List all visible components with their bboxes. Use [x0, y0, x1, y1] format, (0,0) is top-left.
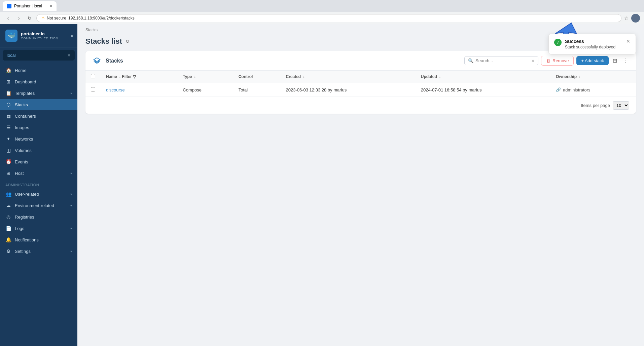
row-ownership-cell: 🔗 administrators: [550, 83, 636, 97]
registries-icon: ◎: [5, 214, 11, 220]
chevron-down-icon: ▾: [70, 227, 72, 230]
add-stack-button[interactable]: + Add stack: [576, 56, 609, 65]
back-button[interactable]: ‹: [4, 14, 12, 22]
row-created-cell: 2023-06-03 12:33:28 by marius: [281, 83, 416, 97]
not-secure-label: Not secure: [47, 16, 66, 21]
panel-stacks-icon: [92, 56, 102, 66]
logo-icon: 🐳: [5, 30, 17, 42]
select-all-checkbox-header[interactable]: [85, 71, 101, 83]
tab-close-button[interactable]: ✕: [49, 4, 52, 8]
remove-button[interactable]: 🗑 Remove: [541, 56, 574, 66]
ownership-icon: 🔗: [556, 87, 561, 92]
panel-title: Stacks: [106, 58, 460, 64]
browser-nav: ‹ › ↻ ⚠ Not secure 192.168.1.18:9000/#/2…: [0, 12, 644, 24]
sidebar-item-label: Images: [15, 125, 29, 130]
images-icon: ☰: [5, 125, 11, 130]
volumes-icon: ◫: [5, 148, 11, 153]
sidebar-item-volumes[interactable]: ◫ Volumes: [0, 145, 77, 156]
sidebar-item-containers[interactable]: ▦ Containers: [0, 110, 77, 122]
sidebar-item-label: Home: [15, 68, 27, 73]
select-all-checkbox[interactable]: [91, 74, 95, 78]
items-per-page-label: Items per page: [581, 103, 610, 108]
row-checkbox[interactable]: [91, 87, 95, 91]
sidebar-item-label: Logs: [15, 226, 24, 231]
search-input[interactable]: [475, 58, 529, 63]
stacks-table-body: discourse Compose Total 2023-06-03 12:33…: [85, 83, 636, 97]
column-ownership[interactable]: Ownership ↕: [550, 71, 636, 83]
sort-icon: ↕: [303, 74, 305, 79]
search-box[interactable]: 🔍 ✕: [464, 56, 538, 65]
env-close-button[interactable]: ✕: [67, 53, 71, 58]
stack-name-link[interactable]: discourse: [106, 87, 125, 92]
sidebar-item-networks[interactable]: ✦ Networks: [0, 133, 77, 145]
sidebar-item-label: Dashboard: [15, 79, 36, 84]
address-bar[interactable]: ⚠ Not secure 192.168.1.18:9000/#/2/docke…: [36, 14, 621, 22]
sidebar-item-label: Containers: [15, 114, 36, 119]
sidebar-item-logs[interactable]: 📄 Logs ▾: [0, 223, 77, 234]
browser-tab[interactable]: Portainer | local ✕: [3, 1, 57, 11]
column-type[interactable]: Type ↕: [177, 71, 233, 83]
sidebar-item-label: Networks: [15, 137, 33, 142]
stacks-table: Name ↕ Filter ▽ Type ↕ Control Created ↕…: [85, 71, 636, 97]
column-control: Control: [233, 71, 281, 83]
sidebar-nav: 🏠 Home ⊞ Dashboard 📋 Templates ▾ ⬡ Stack…: [0, 63, 77, 346]
search-clear-button[interactable]: ✕: [531, 59, 535, 63]
more-options-button[interactable]: ⋮: [621, 56, 629, 65]
environment-icon: ☁: [5, 203, 11, 208]
sidebar-item-label: Volumes: [15, 148, 32, 153]
notification-close-button[interactable]: ✕: [626, 39, 630, 44]
sidebar-item-templates[interactable]: 📋 Templates ▾: [0, 87, 77, 99]
dashboard-icon: ⊞: [5, 79, 11, 84]
items-per-page-select[interactable]: 10 25 50: [613, 101, 629, 110]
host-icon: ⊞: [5, 170, 11, 176]
chevron-down-icon: ▾: [70, 204, 72, 207]
column-created[interactable]: Created ↕: [281, 71, 416, 83]
sort-icon: ↕: [119, 74, 121, 79]
refresh-page-button[interactable]: ↻: [126, 39, 130, 44]
column-name[interactable]: Name ↕ Filter ▽: [101, 71, 177, 83]
sidebar-item-label: Notifications: [15, 237, 39, 242]
sort-icon: ↕: [194, 74, 196, 79]
sort-icon: ↕: [578, 74, 580, 79]
sidebar-item-dashboard[interactable]: ⊞ Dashboard: [0, 76, 77, 87]
sidebar-item-events[interactable]: ⏰ Events: [0, 156, 77, 167]
row-updated-cell: 2024-07-01 16:58:54 by marius: [416, 83, 550, 97]
sidebar-item-user-related[interactable]: 👥 User-related ▾: [0, 188, 77, 200]
search-icon: 🔍: [468, 58, 473, 63]
networks-icon: ✦: [5, 136, 11, 142]
sidebar-item-label: Stacks: [15, 102, 28, 107]
sidebar-item-settings[interactable]: ⚙ Settings ▾: [0, 245, 77, 257]
bookmark-icon[interactable]: ☆: [624, 15, 629, 21]
user-related-icon: 👥: [5, 191, 11, 197]
home-icon: 🏠: [5, 68, 11, 73]
sidebar-env-selector[interactable]: local ✕: [3, 50, 75, 61]
main-content: Stacks Stacks list ↻ Stacks 🔍: [77, 24, 644, 346]
sidebar-item-label: Environment-related: [15, 203, 54, 208]
settings-icon: ⚙: [5, 248, 11, 254]
sidebar-logo: 🐳 portainer.io COMMUNITY EDITION «: [0, 24, 77, 47]
sidebar-item-environment-related[interactable]: ☁ Environment-related ▾: [0, 200, 77, 211]
view-toggle-button[interactable]: ⊞: [611, 56, 618, 65]
forward-button[interactable]: ›: [15, 14, 23, 22]
logo-text-container: portainer.io COMMUNITY EDITION: [21, 31, 58, 40]
row-checkbox-cell[interactable]: [85, 83, 101, 97]
stacks-panel: Stacks 🔍 ✕ 🗑 Remove + Add stack ⊞: [85, 51, 636, 114]
sidebar-item-host[interactable]: ⊞ Host ▾: [0, 167, 77, 179]
column-updated[interactable]: Updated ↕: [416, 71, 550, 83]
events-icon: ⏰: [5, 159, 11, 164]
profile-avatar[interactable]: [631, 14, 640, 23]
sidebar-item-label: Templates: [15, 91, 35, 96]
sidebar-item-stacks[interactable]: ⬡ Stacks: [0, 99, 77, 110]
sidebar-item-images[interactable]: ☰ Images: [0, 122, 77, 133]
sidebar-collapse-button[interactable]: «: [71, 33, 73, 38]
sidebar-item-label: Registries: [15, 215, 34, 220]
page-title: Stacks list: [85, 37, 122, 46]
logs-icon: 📄: [5, 226, 11, 231]
sidebar-item-registries[interactable]: ◎ Registries: [0, 211, 77, 223]
table-row: discourse Compose Total 2023-06-03 12:33…: [85, 83, 636, 97]
success-notification: ✓ Success Stack successfully deployed ✕: [548, 34, 636, 54]
refresh-button[interactable]: ↻: [26, 14, 34, 22]
sidebar-item-home[interactable]: 🏠 Home: [0, 65, 77, 76]
admin-section-label: Administration: [0, 179, 77, 188]
sidebar-item-notifications[interactable]: 🔔 Notifications: [0, 234, 77, 245]
